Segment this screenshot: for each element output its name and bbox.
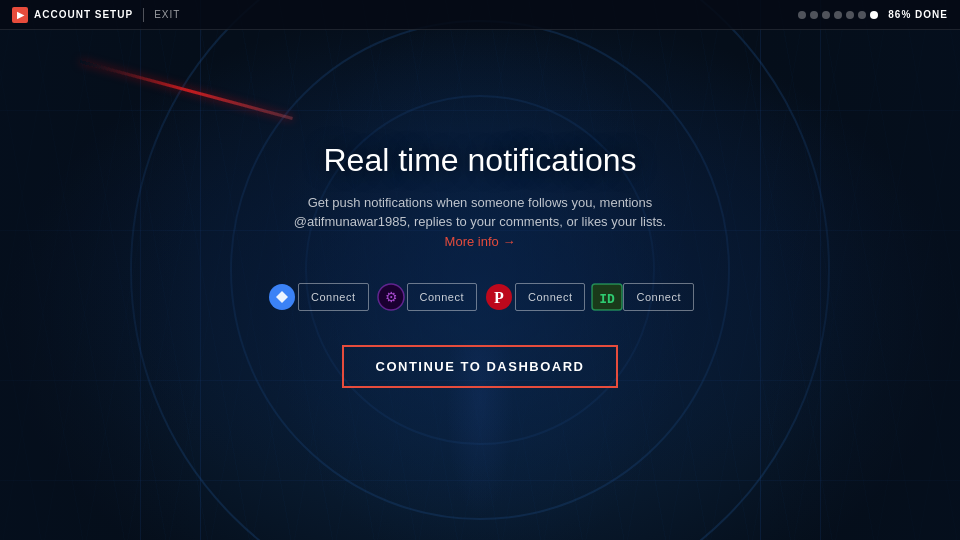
- svg-text:P: P: [494, 289, 504, 306]
- service-icon-2: ⚙: [375, 281, 407, 313]
- service-item-2: ⚙ Connect: [375, 281, 477, 313]
- more-info-link[interactable]: More info →: [445, 234, 516, 249]
- dot-6: [858, 11, 866, 19]
- topbar-divider: [143, 8, 144, 22]
- logo-icon: ▶: [12, 7, 28, 23]
- pinterest-icon: P: [485, 283, 513, 311]
- topbar-right: 86% DONE: [798, 9, 948, 20]
- connect-button-4[interactable]: Connect: [623, 283, 693, 311]
- gear-service-icon: ⚙: [377, 283, 405, 311]
- page-description: Get push notifications when someone foll…: [280, 193, 680, 252]
- dot-7: [870, 11, 878, 19]
- exit-button[interactable]: EXIT: [154, 9, 180, 20]
- service-item-3: P Connect: [483, 281, 585, 313]
- svg-text:ID: ID: [600, 291, 616, 306]
- topbar: ▶ ACCOUNT SETUP EXIT 86% DONE: [0, 0, 960, 30]
- service-item-1: Connect: [266, 281, 368, 313]
- trakt-icon: [268, 283, 296, 311]
- dot-4: [834, 11, 842, 19]
- connect-button-2[interactable]: Connect: [407, 283, 477, 311]
- dot-5: [846, 11, 854, 19]
- app-title: ACCOUNT SETUP: [34, 9, 133, 20]
- service-item-4: ID Connect: [591, 281, 693, 313]
- service-icon-4: ID: [591, 281, 623, 313]
- connect-button-3[interactable]: Connect: [515, 283, 585, 311]
- main-content: Real time notifications Get push notific…: [0, 30, 960, 540]
- continue-to-dashboard-button[interactable]: CONTINUE TO DASHBOARD: [342, 345, 619, 388]
- id-service-icon: ID: [591, 283, 623, 311]
- service-icon-1: [266, 281, 298, 313]
- services-row: Connect ⚙ Connect P Connect: [266, 281, 694, 313]
- dot-3: [822, 11, 830, 19]
- connect-button-1[interactable]: Connect: [298, 283, 368, 311]
- service-icon-3: P: [483, 281, 515, 313]
- progress-dots: [798, 11, 878, 19]
- description-text: Get push notifications when someone foll…: [294, 195, 666, 230]
- dot-2: [810, 11, 818, 19]
- svg-text:⚙: ⚙: [384, 289, 397, 305]
- page-heading: Real time notifications: [323, 142, 636, 179]
- progress-label: 86% DONE: [888, 9, 948, 20]
- logo-area: ▶ ACCOUNT SETUP: [12, 7, 133, 23]
- dot-1: [798, 11, 806, 19]
